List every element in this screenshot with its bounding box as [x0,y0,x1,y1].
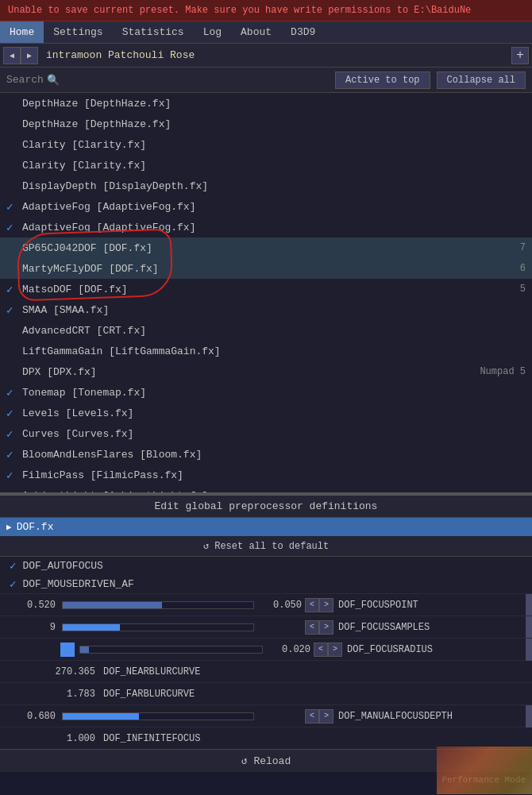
preset-prev-button[interactable]: ◀ [3,47,21,64]
effect-name: Tonemap [Tonemap.fx] [22,387,526,399]
slider-focussamples: 9 < > DOF_FOCUSSAMPLES [0,616,532,638]
param-decrease-button[interactable]: < [305,620,319,635]
effect-item[interactable]: DepthHaze [DepthHaze.fx] [0,114,532,134]
effect-key: 7 [520,242,526,253]
preprocessor-section: Edit global preprocessor definitions ▶ D… [0,494,532,794]
effect-name: DepthHaze [DepthHaze.fx] [22,98,526,110]
nav-statistics[interactable]: Statistics [113,21,194,43]
nav-log[interactable]: Log [194,21,231,43]
param-name: DOF_MANUALFOCUSDEPTH [333,711,529,722]
effect-item[interactable]: ✓ AdaptiveFog [AdaptiveFog.fx] [0,217,532,237]
search-box: Search 🔍 [6,74,329,87]
effect-item[interactable]: Clarity [Clarity.fx] [0,134,532,155]
effect-item[interactable]: ✓ Curves [Curves.fx] [0,423,532,444]
effect-item[interactable]: DisplayDepth [DisplayDepth.fx] [0,176,532,196]
effect-item[interactable]: ✓ SMAA [SMAA.fx] [0,299,532,320]
param-increase-button[interactable]: > [319,620,333,635]
effect-checkbox[interactable]: ✓ [6,407,19,420]
mousedriven-checkbox[interactable]: ✓ [10,577,16,591]
checkbox-autofocus-row: ✓ DOF_AUTOFOCUS [0,557,532,575]
param-name: DOF_INFINITEFOCUS [98,733,529,744]
scrollbar[interactable] [526,594,532,616]
effect-checkbox[interactable]: ✓ [6,386,19,399]
param-value: 270.365 [3,666,98,677]
effect-checkbox[interactable]: ✓ [6,200,19,214]
effect-checkbox[interactable]: ✓ [6,283,19,296]
dof-fx-bar[interactable]: ▶ DOF.fx [0,518,532,536]
active-to-top-button[interactable]: Active to top [335,71,430,89]
effect-item[interactable]: ✓ Levels [Levels.fx] [0,403,532,423]
effect-name: Clarity [Clarity.fx] [22,139,526,151]
nav-bar: Home Settings Statistics Log About D3D9 [0,21,532,44]
effect-checkbox[interactable]: ✓ [6,427,19,441]
effect-checkbox[interactable]: ✓ [6,221,19,234]
param-increase-button[interactable]: > [319,709,333,724]
effect-name: BloomAndLensFlares [Bloom.fx] [22,449,526,461]
slider-value-left: 0.520 [3,600,59,611]
slider-track[interactable] [62,712,254,720]
slider-manualfocusdepth: 0.680 < > DOF_MANUALFOCUSDEPTH [0,704,532,727]
effect-item[interactable]: ✓ AmbientLight [AmbientLight.fx] [0,485,532,494]
slider-thumb[interactable] [60,643,75,657]
scrollbar[interactable] [526,639,532,661]
param-decrease-button[interactable]: < [305,598,319,612]
nav-home[interactable]: Home [0,21,44,43]
effect-name: MartyMcFlyDOF [DOF.fx] [22,263,520,275]
slider-track[interactable] [62,623,254,631]
autofocus-checkbox[interactable]: ✓ [10,559,16,573]
effect-item[interactable]: DepthHaze [DepthHaze.fx] [0,93,532,114]
effect-item[interactable]: AdvancedCRT [CRT.fx] [0,320,532,341]
preprocessor-header: Edit global preprocessor definitions [0,496,532,518]
slider-value-right: 0.050 [257,600,305,611]
param-increase-button[interactable]: > [319,598,333,612]
slider-value-right: 0.020 [266,644,314,655]
effect-item[interactable]: ✓ Tonemap [Tonemap.fx] [0,382,532,403]
param-decrease-button[interactable]: < [305,709,319,724]
nav-settings[interactable]: Settings [44,21,112,43]
effect-item[interactable]: Clarity [Clarity.fx] [0,155,532,176]
effect-item[interactable]: DPX [DPX.fx] Numpad 5 [0,361,532,382]
effect-item[interactable]: ✓ AdaptiveFog [AdaptiveFog.fx] [0,196,532,217]
effect-item[interactable]: MartyMcFlyDOF [DOF.fx] 6 [0,258,532,279]
effect-item[interactable]: ✓ FilmicPass [FilmicPass.fx] [0,465,532,485]
cursor-indicator: ▶ [6,522,12,532]
nav-d3d9[interactable]: D3D9 [281,21,325,43]
effect-name: SMAA [SMAA.fx] [22,304,526,316]
effect-item[interactable]: ✓ MatsoDOF [DOF.fx] 5 [0,279,532,299]
collapse-all-button[interactable]: Collapse all [437,71,526,89]
effect-item[interactable]: LiftGammaGain [LiftGammaGain.fx] [0,341,532,361]
checkbox-mousedriven-row: ✓ DOF_MOUSEDRIVEN_AF [0,575,532,593]
performance-mode-bar: Performance Mode [0,772,532,794]
slider-focusradius: 0.020 < > DOF_FOCUSRADIUS [0,638,532,660]
scrollbar[interactable] [526,705,532,727]
effect-item[interactable]: ✓ BloomAndLensFlares [Bloom.fx] [0,444,532,465]
effect-checkbox[interactable]: ✓ [6,469,19,482]
param-increase-button[interactable]: > [328,643,342,657]
param-value: 1.000 [3,733,98,744]
param-value: 1.783 [3,689,98,700]
effect-key: 6 [520,263,526,274]
error-message: Unable to save current preset. Make sure… [8,5,471,16]
effect-name: AdaptiveFog [AdaptiveFog.fx] [22,222,526,233]
effect-checkbox[interactable]: ✓ [6,303,19,317]
active-file-name: DOF.fx [17,521,54,533]
search-label: Search [6,74,44,86]
reset-all-button[interactable]: ↺ Reset all to default [0,536,532,557]
slider-track[interactable] [79,646,263,654]
effect-item[interactable]: GP65CJ042DOF [DOF.fx] 7 [0,237,532,258]
param-name: DOF_FOCUSRADIUS [342,644,529,655]
preset-add-button[interactable]: + [511,47,529,64]
nav-about[interactable]: About [231,21,281,43]
effect-name: LiftGammaGain [LiftGammaGain.fx] [22,345,526,357]
effect-name: Clarity [Clarity.fx] [22,160,526,172]
slider-track[interactable] [62,601,254,609]
preset-next-button[interactable]: ▶ [21,47,38,64]
preset-bar: ◀ ▶ intramoon Patchouli Rose + [0,44,532,68]
effect-name: GP65CJ042DOF [DOF.fx] [22,242,520,254]
effect-name: DisplayDepth [DisplayDepth.fx] [22,180,526,192]
effect-checkbox[interactable]: ✓ [6,448,19,461]
param-decrease-button[interactable]: < [314,643,328,657]
effect-checkbox[interactable]: ✓ [6,489,19,495]
preset-name: intramoon Patchouli Rose [38,49,511,61]
scrollbar[interactable] [526,616,532,639]
